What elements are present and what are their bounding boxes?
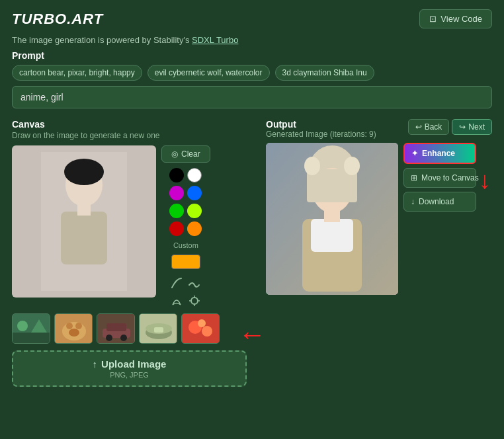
prompt-section: Prompt cartoon bear, pixar, bright, happ… (0, 50, 504, 114)
move-icon: ⊞ (411, 173, 417, 182)
logo: TURBO.ART (12, 11, 103, 28)
color-magenta[interactable] (169, 186, 184, 200)
custom-label: Custom (173, 241, 198, 249)
code-icon: ⊡ (429, 14, 437, 24)
output-image (266, 143, 398, 295)
svg-rect-3 (61, 212, 107, 264)
brush-3[interactable] (169, 294, 184, 308)
download-icon: ↓ (411, 197, 415, 206)
thumb-3[interactable] (97, 313, 135, 344)
download-button[interactable]: ↓ Download (403, 192, 476, 212)
enhance-button[interactable]: ✦ Enhance (403, 143, 476, 164)
prompt-chips: cartoon bear, pixar, bright, happy evil … (12, 65, 492, 81)
action-buttons: ✦ Enhance ⊞ Move to Canvas ↓ Download (403, 143, 476, 212)
canvas-subtitle: Draw on the image to generate a new one (12, 131, 257, 140)
color-red[interactable] (169, 221, 184, 236)
svg-point-14 (69, 329, 79, 337)
color-white[interactable] (187, 168, 202, 182)
svg-point-19 (120, 335, 127, 341)
canvas-title: Canvas (12, 119, 257, 130)
header: TURBO.ART ⊡ View Code (0, 0, 504, 35)
svg-rect-37 (324, 209, 340, 222)
svg-point-8 (17, 321, 28, 331)
brush-4[interactable] (187, 294, 202, 308)
output-title: Output (266, 119, 376, 130)
svg-rect-36 (311, 219, 353, 252)
upload-image-button[interactable]: ↑ Upload Image PNG, JPEG (12, 350, 247, 387)
svg-point-5 (191, 298, 198, 304)
move-to-canvas-button[interactable]: ⊞ Move to Canvas (403, 168, 476, 188)
svg-point-18 (106, 335, 112, 341)
canvas-section: Canvas Draw on the image to generate a n… (12, 119, 257, 387)
brush-1[interactable] (169, 276, 184, 290)
svg-point-12 (66, 323, 73, 329)
svg-rect-4 (77, 204, 91, 216)
color-blue[interactable] (187, 186, 202, 200)
thumbnail-strip (12, 313, 257, 344)
svg-point-27 (198, 319, 206, 327)
next-icon: ↪ (459, 122, 466, 132)
svg-rect-23 (154, 327, 163, 333)
thumb-5[interactable] (181, 313, 220, 344)
enhance-icon: ✦ (411, 149, 418, 158)
chip-3[interactable]: 3d claymation Shiba Inu (275, 65, 374, 81)
upload-button-area: ↑ Upload Image PNG, JPEG (12, 350, 257, 387)
prompt-label: Prompt (12, 50, 492, 61)
sdxl-link[interactable]: SDXL Turbo (192, 35, 238, 45)
color-lime[interactable] (187, 204, 202, 218)
canvas-tools: ◎ Clear Custom (161, 145, 210, 308)
back-icon: ↩ (415, 122, 422, 132)
chip-2[interactable]: evil cybernetic wolf, watercolor (147, 65, 270, 81)
chip-1[interactable]: cartoon bear, pixar, bright, happy (12, 65, 142, 81)
view-code-button[interactable]: ⊡ View Code (419, 9, 492, 28)
upload-icon: ↑ (93, 358, 98, 370)
brush-tools (169, 276, 202, 308)
nav-buttons: ↩ Back ↪ Next (408, 119, 492, 135)
color-black[interactable] (169, 168, 184, 182)
output-section: Output Generated Image (iterations: 9) ↩… (257, 119, 492, 387)
main-area: Canvas Draw on the image to generate a n… (0, 114, 504, 387)
svg-point-2 (64, 159, 104, 185)
svg-point-34 (344, 157, 360, 175)
svg-rect-17 (106, 323, 126, 331)
clear-icon: ◎ (171, 149, 178, 159)
clear-button[interactable]: ◎ Clear (161, 145, 210, 163)
thumb-1[interactable] (12, 313, 50, 344)
canvas-image[interactable] (12, 145, 156, 298)
output-header: Output Generated Image (iterations: 9) ↩… (266, 119, 492, 139)
upload-format-label: PNG, JPEG (110, 371, 149, 379)
output-content: ✦ Enhance ⊞ Move to Canvas ↓ Download (266, 143, 492, 300)
subtitle-text: The image generation is powered by Stabi… (0, 35, 504, 50)
next-button[interactable]: ↪ Next (452, 119, 492, 135)
svg-point-33 (304, 157, 320, 175)
color-green[interactable] (169, 204, 184, 218)
canvas-wrapper: ◎ Clear Custom (12, 145, 257, 308)
thumb-4[interactable] (139, 313, 177, 344)
svg-rect-7 (13, 333, 50, 344)
prompt-input[interactable] (12, 86, 492, 108)
svg-point-13 (75, 323, 82, 329)
color-palette (169, 168, 202, 236)
brush-2[interactable] (187, 276, 202, 290)
color-orange[interactable] (187, 221, 202, 236)
thumb-2[interactable] (54, 313, 93, 344)
custom-color-picker[interactable] (171, 255, 200, 269)
back-button[interactable]: ↩ Back (408, 119, 450, 135)
svg-point-26 (202, 326, 212, 337)
output-subtitle: Generated Image (iterations: 9) (266, 130, 376, 139)
